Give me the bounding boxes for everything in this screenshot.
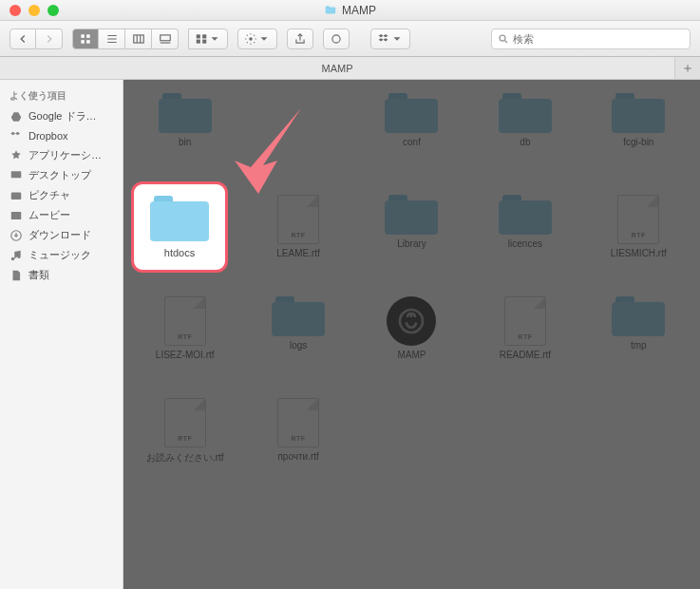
- folder-icon: [499, 195, 552, 235]
- file-label: Library: [397, 238, 426, 249]
- search-input[interactable]: [513, 33, 684, 45]
- arrange-button[interactable]: [188, 28, 228, 49]
- svg-rect-2: [81, 40, 85, 44]
- app-icon: [387, 296, 436, 346]
- folder-icon: [385, 93, 438, 133]
- file-item[interactable]: RTFLIESMICH.rtf: [583, 191, 694, 291]
- file-label: conf: [403, 137, 421, 147]
- file-label: LISEZ-MOI.rtf: [156, 350, 215, 360]
- file-label: db: [520, 137, 530, 147]
- sidebar-item-label: アプリケーシ…: [28, 148, 102, 162]
- folder-icon: [499, 93, 552, 133]
- sidebar-item-music[interactable]: ミュージック: [0, 245, 123, 265]
- movies-icon: [9, 209, 23, 222]
- nav-buttons: [9, 28, 63, 49]
- sidebar-item-pictures[interactable]: ピクチャ: [0, 185, 123, 205]
- sidebar-item-desktop[interactable]: デスクトップ: [0, 165, 123, 185]
- file-item[interactable]: Library: [356, 191, 467, 291]
- folder-icon: [272, 296, 325, 336]
- toolbar: [0, 21, 700, 57]
- document-icon: RTF: [277, 398, 319, 447]
- action-button[interactable]: [237, 28, 277, 49]
- file-item[interactable]: licences: [469, 191, 580, 291]
- file-item[interactable]: MAMP: [356, 293, 467, 392]
- new-tab-button[interactable]: ＋: [675, 57, 700, 79]
- tags-button[interactable]: [323, 28, 350, 49]
- tab-bar: MAMP ＋: [0, 57, 700, 80]
- search-icon: [498, 33, 509, 45]
- sidebar-item-label: 書類: [28, 268, 49, 282]
- list-view-button[interactable]: [99, 28, 125, 49]
- icon-view-button[interactable]: [72, 28, 99, 49]
- svg-rect-0: [81, 34, 85, 38]
- music-icon: [9, 249, 23, 262]
- file-item[interactable]: RTFпрочти.rtf: [242, 394, 353, 494]
- file-item[interactable]: tmp: [583, 293, 694, 392]
- file-item[interactable]: RTFLEAME.rtf: [242, 191, 353, 291]
- main-area: よく使う項目 Google ドラ… Dropbox アプリケーシ… デスクトップ…: [0, 80, 700, 589]
- file-item[interactable]: RTFLISEZ-MOI.rtf: [129, 293, 240, 392]
- back-button[interactable]: [9, 28, 36, 49]
- folder-icon: [612, 93, 665, 133]
- sidebar-item-downloads[interactable]: ダウンロード: [0, 225, 123, 245]
- file-label: logs: [290, 340, 307, 351]
- sidebar-item-applications[interactable]: アプリケーシ…: [0, 145, 123, 165]
- sidebar-item-label: ピクチャ: [28, 188, 70, 202]
- sidebar-item-movies[interactable]: ムービー: [0, 205, 123, 225]
- arrow-annotation: [211, 89, 325, 203]
- dropbox-button[interactable]: [370, 28, 410, 49]
- column-view-button[interactable]: [125, 28, 152, 49]
- file-item[interactable]: db: [469, 89, 580, 189]
- file-label: LIESMICH.rtf: [611, 248, 667, 258]
- file-label: fcgi-bin: [623, 137, 653, 147]
- search-field[interactable]: [491, 28, 691, 49]
- folder-icon: [385, 195, 438, 235]
- document-icon: RTF: [504, 296, 546, 346]
- file-item[interactable]: RTFお読みください.rtf: [129, 394, 240, 494]
- content-pane: binconfdbfcgi-binhtdocsRTFLEAME.rtfLibra…: [123, 80, 700, 589]
- file-label: LEAME.rtf: [276, 248, 320, 258]
- document-icon: RTF: [617, 195, 659, 244]
- highlight-label: htdocs: [164, 247, 195, 258]
- googledrive-icon: [9, 110, 23, 124]
- sidebar-item-dropbox[interactable]: Dropbox: [0, 126, 123, 145]
- sidebar-favorites-header: よく使う項目: [0, 86, 123, 106]
- document-icon: RTF: [164, 398, 206, 447]
- svg-point-10: [249, 37, 253, 41]
- svg-rect-3: [86, 40, 90, 44]
- svg-rect-8: [197, 39, 200, 43]
- file-item[interactable]: RTFREADME.rtf: [469, 293, 580, 392]
- share-button[interactable]: [287, 28, 313, 49]
- sidebar-item-label: ミュージック: [28, 248, 91, 262]
- desktop-icon: [9, 169, 23, 182]
- dropbox-icon: [9, 129, 23, 142]
- sidebar-item-label: ムービー: [28, 208, 70, 222]
- svg-point-12: [500, 35, 505, 41]
- svg-rect-9: [202, 39, 206, 43]
- svg-rect-1: [86, 34, 90, 38]
- svg-point-15: [14, 194, 18, 198]
- document-icon: RTF: [164, 296, 206, 346]
- file-item[interactable]: logs: [242, 293, 353, 392]
- folder-icon: [324, 4, 337, 17]
- sidebar-item-label: ダウンロード: [28, 228, 91, 242]
- window-title: MAMP: [0, 4, 700, 17]
- sidebar-item-label: デスクトップ: [28, 168, 91, 182]
- gallery-view-button[interactable]: [152, 28, 179, 49]
- file-label: README.rtf: [500, 350, 551, 360]
- forward-button[interactable]: [36, 28, 63, 49]
- file-label: お読みください.rtf: [146, 451, 224, 465]
- svg-rect-6: [197, 34, 200, 38]
- svg-point-11: [332, 34, 340, 42]
- sidebar-item-googledrive[interactable]: Google ドラ…: [0, 106, 123, 126]
- file-label: прочти.rtf: [277, 451, 318, 462]
- file-item[interactable]: fcgi-bin: [583, 89, 694, 189]
- sidebar: よく使う項目 Google ドラ… Dropbox アプリケーシ… デスクトップ…: [0, 80, 123, 589]
- file-item[interactable]: conf: [356, 89, 467, 189]
- tab-mamp[interactable]: MAMP: [0, 57, 675, 79]
- pictures-icon: [9, 189, 23, 202]
- arrange-group: [188, 28, 228, 49]
- sidebar-item-documents[interactable]: 書類: [0, 265, 123, 285]
- folder-icon: [150, 196, 209, 241]
- sidebar-item-label: Google ドラ…: [28, 109, 97, 124]
